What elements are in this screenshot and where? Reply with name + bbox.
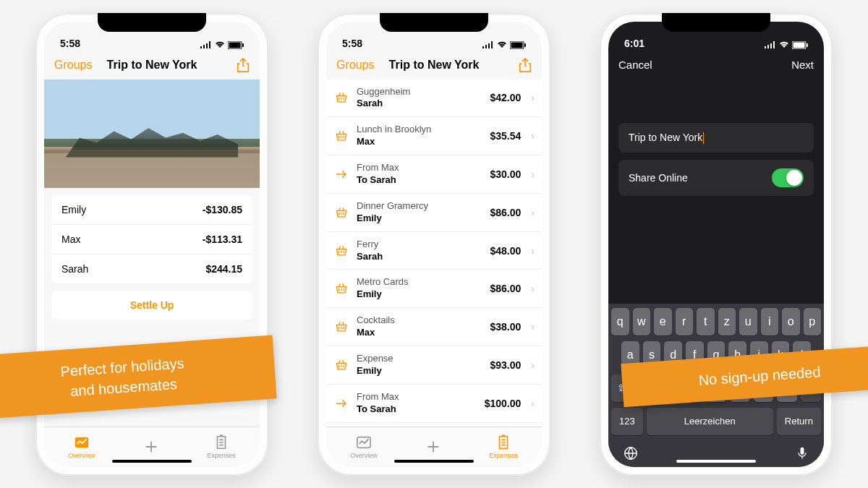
chevron-right-icon: › xyxy=(531,359,535,371)
battery-icon xyxy=(510,41,526,49)
trip-name-field[interactable]: Trip to New York xyxy=(618,123,814,153)
svg-rect-10 xyxy=(488,43,490,48)
expense-row[interactable]: GuggenheimSarah$42.00› xyxy=(326,80,542,118)
plus-icon xyxy=(143,439,159,455)
expenses-icon xyxy=(495,435,511,450)
trip-name-value: Trip to New York xyxy=(629,132,702,143)
key-u[interactable]: u xyxy=(739,308,757,335)
balance-row[interactable]: Emily-$130.85 xyxy=(51,195,252,225)
key-q[interactable]: q xyxy=(611,308,629,335)
share-online-label: Share Online xyxy=(629,172,688,184)
share-button[interactable] xyxy=(519,58,532,72)
svg-rect-17 xyxy=(767,45,769,48)
expense-row[interactable]: Lunch in BrooklynMax$35.54› xyxy=(326,117,542,155)
expense-subtitle: Emily xyxy=(357,288,483,301)
svg-rect-22 xyxy=(807,43,808,47)
expenses-icon xyxy=(213,435,229,450)
nav-bar: Groups Trip to New York xyxy=(44,51,260,80)
svg-rect-8 xyxy=(482,46,484,48)
wifi-icon xyxy=(497,41,507,48)
tab-expenses[interactable]: Expenses xyxy=(489,435,518,459)
expense-title: From Max xyxy=(357,162,483,174)
basket-icon xyxy=(333,281,349,296)
chevron-right-icon: › xyxy=(531,283,535,294)
nav-bar: Groups Trip to New York xyxy=(326,51,542,80)
phone-mockup-expenses: 5:58 Groups Trip to New York GuggenheimS… xyxy=(318,13,550,476)
tab-overview[interactable]: Overview xyxy=(68,435,95,459)
tab-add[interactable] xyxy=(425,439,441,455)
home-indicator[interactable] xyxy=(394,460,474,463)
settle-up-button[interactable]: Settle Up xyxy=(51,291,252,320)
balance-row[interactable]: Max-$113.31 xyxy=(51,225,252,254)
expense-amount: $86.00 xyxy=(490,283,522,294)
expense-title: Lunch in Brooklyn xyxy=(357,124,483,136)
expense-title: Ferry xyxy=(357,239,483,251)
key-i[interactable]: i xyxy=(761,308,779,335)
tab-overview[interactable]: Overview xyxy=(350,435,378,459)
back-button[interactable]: Groups xyxy=(54,59,92,72)
tab-add[interactable] xyxy=(143,439,159,455)
home-indicator[interactable] xyxy=(112,460,192,463)
expense-list[interactable]: GuggenheimSarah$42.00›Lunch in BrooklynM… xyxy=(326,80,542,427)
key-w[interactable]: w xyxy=(633,308,651,335)
chevron-right-icon: › xyxy=(531,398,535,409)
plus-icon xyxy=(425,439,441,455)
globe-icon[interactable] xyxy=(623,445,639,461)
status-time: 6:01 xyxy=(624,38,644,49)
expense-amount: $48.00 xyxy=(490,245,522,257)
expense-row[interactable]: From MaxTo Sarah$100.00› xyxy=(326,385,542,423)
status-time: 5:58 xyxy=(342,38,362,49)
balances-card: Emily-$130.85 Max-$113.31 Sarah$244.15 xyxy=(51,195,252,283)
cancel-button[interactable]: Cancel xyxy=(618,59,652,71)
svg-rect-18 xyxy=(770,43,772,48)
page-title: Trip to New York xyxy=(389,59,480,72)
basket-icon xyxy=(333,319,349,335)
svg-rect-21 xyxy=(793,42,805,48)
transfer-icon xyxy=(333,166,349,182)
nav-bar: Cancel Next xyxy=(608,51,824,80)
share-online-toggle[interactable] xyxy=(772,168,804,187)
expense-title: Expense xyxy=(357,353,483,365)
home-indicator[interactable] xyxy=(676,460,756,463)
expense-subtitle: Emily xyxy=(357,365,483,377)
share-online-row: Share Online xyxy=(618,160,814,196)
svg-rect-0 xyxy=(200,46,202,48)
key-t[interactable]: t xyxy=(697,308,715,335)
key-e[interactable]: e xyxy=(654,308,672,335)
expense-row[interactable]: CocktailsMax$38.00› xyxy=(326,308,542,346)
status-time: 5:58 xyxy=(60,38,80,49)
expense-title: Dinner Gramercy xyxy=(357,200,483,213)
balance-row[interactable]: Sarah$244.15 xyxy=(51,254,252,283)
mic-icon[interactable] xyxy=(795,445,809,461)
expense-title: From Max xyxy=(357,391,477,403)
expense-subtitle: Emily xyxy=(357,213,483,225)
next-button[interactable]: Next xyxy=(791,59,814,71)
svg-rect-2 xyxy=(206,43,208,48)
back-button[interactable]: Groups xyxy=(336,59,374,72)
key-z[interactable]: z xyxy=(718,308,736,335)
expense-subtitle: Sarah xyxy=(357,251,483,263)
tab-expenses[interactable]: Expenses xyxy=(207,435,236,459)
key-space[interactable]: Leerzeichen xyxy=(647,408,773,435)
key-return[interactable]: Return xyxy=(777,408,821,435)
share-icon xyxy=(237,58,250,72)
expense-row[interactable]: Dinner GramercyEmily$86.00› xyxy=(326,194,542,232)
expense-subtitle: Sarah xyxy=(357,98,483,110)
basket-icon xyxy=(333,357,349,373)
key-numbers[interactable]: 123 xyxy=(611,408,643,435)
share-button[interactable] xyxy=(237,58,250,72)
expense-row[interactable]: Metro CardsEmily$86.00› xyxy=(326,270,542,308)
svg-rect-1 xyxy=(203,45,205,48)
expense-row[interactable]: From MaxTo Sarah$30.00› xyxy=(326,155,542,194)
key-r[interactable]: r xyxy=(676,308,694,335)
key-p[interactable]: p xyxy=(804,308,822,335)
wifi-icon xyxy=(215,41,225,48)
chevron-right-icon: › xyxy=(531,130,535,142)
expense-row[interactable]: FerrySarah$48.00› xyxy=(326,232,542,270)
key-o[interactable]: o xyxy=(782,308,800,335)
expense-title: Guggenheim xyxy=(357,86,483,98)
overview-icon xyxy=(74,435,90,450)
expense-row[interactable]: ExpenseEmily$93.00› xyxy=(326,346,542,385)
transfer-icon xyxy=(333,395,349,411)
basket-icon xyxy=(333,128,349,144)
